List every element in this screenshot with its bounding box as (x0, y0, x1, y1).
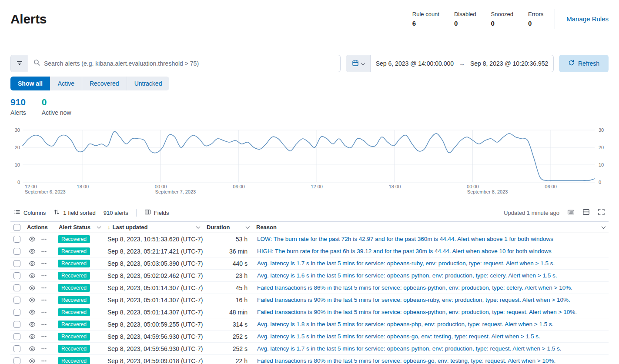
row-checkbox[interactable] (13, 297, 20, 304)
ellipsis-icon (41, 321, 47, 327)
view-alert-button[interactable] (29, 248, 36, 255)
more-actions-button[interactable] (41, 334, 47, 340)
chevron-down-icon[interactable] (246, 224, 250, 229)
query-menu-button[interactable] (11, 55, 28, 72)
row-checkbox[interactable] (13, 333, 20, 340)
date-quick-select-button[interactable] (346, 55, 371, 72)
more-actions-button[interactable] (41, 260, 47, 267)
svg-text:00:00: 00:00 (467, 184, 479, 189)
svg-text:18:00: 18:00 (77, 184, 89, 189)
row-checkbox[interactable] (13, 248, 20, 255)
more-actions-button[interactable] (41, 309, 47, 315)
row-checkbox[interactable] (13, 345, 20, 352)
more-actions-button[interactable] (41, 248, 47, 254)
manage-rules-link[interactable]: Manage Rules (566, 15, 609, 23)
sort-label: 1 field sorted (63, 210, 95, 216)
view-alert-button[interactable] (29, 333, 36, 340)
view-alert-button[interactable] (29, 357, 36, 364)
column-header-duration[interactable]: Duration (203, 224, 253, 230)
last-updated-cell: Sep 8, 2023, 04:59:56.930 (UTC-7) (104, 333, 203, 340)
column-header-last-updated[interactable]: ↓ Last updated (104, 224, 203, 230)
select-all-checkbox[interactable] (13, 224, 20, 231)
view-alert-button[interactable] (29, 345, 36, 352)
eye-icon (29, 284, 36, 291)
reason-link[interactable]: HIGH: The burn rate for the past 6h is 3… (257, 248, 601, 254)
status-badge: Recovered (58, 345, 90, 353)
eye-icon (29, 333, 36, 340)
status-cell: Recovered (55, 321, 104, 328)
grid-toolbar: Columns 1 field sorted 910 alerts Fields… (10, 207, 609, 219)
row-checkbox[interactable] (13, 357, 20, 364)
column-header-alert-status[interactable]: Alert Status (55, 224, 104, 230)
reason-cell: Avg. latency is 1.6 s in the last 5 mins… (253, 272, 609, 279)
view-alert-button[interactable] (29, 309, 36, 316)
chevron-down-icon[interactable] (97, 224, 101, 229)
chevron-down-icon[interactable] (602, 224, 606, 229)
search-input[interactable] (44, 60, 335, 67)
display-density-button[interactable] (582, 208, 590, 217)
last-updated-cell: Sep 8, 2023, 05:02:02.462 (UTC-7) (104, 272, 203, 279)
status-cell: Recovered (55, 260, 104, 267)
view-alert-button[interactable] (29, 260, 36, 267)
keyboard-shortcuts-button[interactable] (567, 208, 575, 217)
end-date[interactable]: Sep 8, 2023 @ 10:20:36.952 (470, 60, 548, 67)
row-checkbox[interactable] (13, 272, 20, 279)
reason-link[interactable]: LOW: The burn rate for the past 72h is 4… (257, 236, 601, 242)
alerts-histogram: 0010102020303012:00September 6, 202318:0… (10, 127, 609, 199)
reason-link[interactable]: Failed transactions is 90% in the last 5… (257, 297, 601, 303)
more-actions-button[interactable] (41, 346, 47, 352)
reason-link[interactable]: Failed transactions is 80% in the last 5… (257, 357, 601, 364)
row-checkbox[interactable] (13, 236, 20, 243)
view-alert-button[interactable] (29, 321, 36, 328)
start-date[interactable]: Sep 6, 2023 @ 14:00:00.000 (376, 60, 454, 67)
row-checkbox-cell (10, 309, 23, 316)
ellipsis-icon (41, 358, 47, 364)
duration-cell: 48 min (203, 309, 253, 316)
column-header-reason[interactable]: Reason (253, 224, 609, 230)
row-checkbox[interactable] (13, 284, 20, 291)
fullscreen-button[interactable] (598, 208, 605, 217)
filter-untracked[interactable]: Untracked (127, 77, 170, 90)
keyboard-icon (567, 208, 575, 217)
svg-text:September 8, 2023: September 8, 2023 (467, 189, 508, 194)
rule-stats: Rule count 6 Disabled 0 Snoozed 0 Errors… (412, 11, 543, 27)
reason-link[interactable]: Failed transactions is 86% in the last 5… (257, 284, 601, 291)
last-updated-cell: Sep 8, 2023, 04:59:09.018 (UTC-7) (104, 357, 203, 364)
reason-link[interactable]: Avg. latency is 1.5 s in the last 5 mins… (257, 333, 601, 340)
more-actions-button[interactable] (41, 285, 47, 291)
refresh-button[interactable]: Refresh (559, 55, 609, 72)
sort-fields-button[interactable]: 1 field sorted (54, 209, 95, 217)
view-alert-button[interactable] (29, 272, 36, 279)
more-actions-button[interactable] (41, 297, 47, 303)
more-actions-button[interactable] (41, 236, 47, 242)
search-bar-row: Sep 6, 2023 @ 14:00:00.000 → Sep 8, 2023… (10, 55, 609, 72)
filter-recovered[interactable]: Recovered (82, 77, 127, 90)
row-checkbox[interactable] (13, 321, 20, 328)
view-alert-button[interactable] (29, 236, 36, 243)
view-alert-button[interactable] (29, 284, 36, 291)
filter-active[interactable]: Active (50, 77, 82, 90)
svg-text:12:00: 12:00 (311, 184, 323, 189)
more-actions-button[interactable] (41, 321, 47, 327)
fields-button[interactable]: Fields (144, 209, 169, 217)
chevron-down-icon[interactable] (196, 224, 201, 229)
reason-link[interactable]: Failed transactions is 90% in the last 5… (257, 309, 601, 315)
reason-link[interactable]: Avg. latency is 1.6 s in the last 5 mins… (257, 272, 601, 279)
reason-link[interactable]: Avg. latency is 1.8 s in the last 5 mins… (257, 321, 601, 327)
reason-link[interactable]: Avg. latency is 1.7 s in the last 5 mins… (257, 260, 601, 267)
reason-link[interactable]: Avg. latency is 1.7 s in the last 5 mins… (257, 345, 601, 352)
stat-value: 0 (491, 20, 513, 27)
filter-show-all[interactable]: Show all (10, 77, 50, 90)
status-badge: Recovered (58, 308, 90, 316)
columns-button[interactable]: Columns (14, 209, 46, 217)
alerts-count-chart: 0010102020303012:00September 6, 202318:0… (10, 127, 609, 197)
row-checkbox-cell (10, 297, 23, 304)
row-checkbox[interactable] (13, 260, 20, 267)
active-now-block: 0 Active now (42, 97, 71, 116)
row-checkbox[interactable] (13, 309, 20, 316)
view-alert-button[interactable] (29, 297, 36, 304)
row-actions-cell (23, 345, 55, 352)
table-density-icon (582, 208, 590, 217)
more-actions-button[interactable] (41, 358, 47, 364)
more-actions-button[interactable] (41, 273, 47, 279)
